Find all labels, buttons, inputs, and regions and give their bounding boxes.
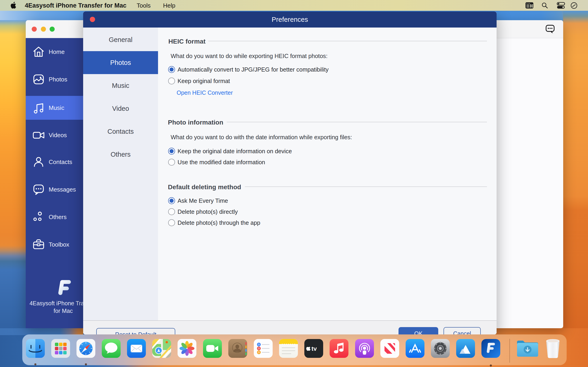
svg-text:tv: tv <box>311 345 317 352</box>
